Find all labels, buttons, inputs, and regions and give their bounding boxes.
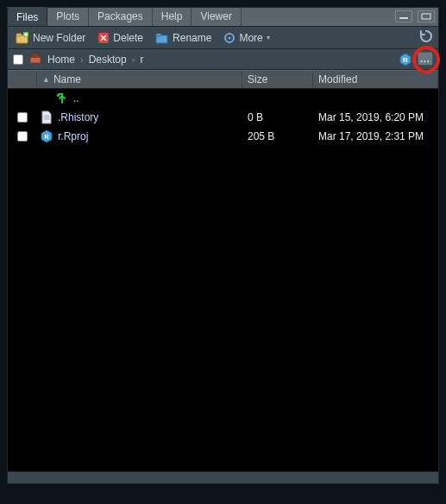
rename-label: Rename	[173, 32, 211, 44]
select-all-checkbox[interactable]	[13, 54, 23, 65]
crumb-separator-icon: ›	[132, 54, 135, 65]
crumb-r[interactable]: r	[140, 54, 143, 66]
more-label: More	[239, 32, 262, 44]
up-arrow-icon	[56, 92, 68, 104]
gear-icon	[223, 32, 236, 44]
parent-dir-label: ..	[73, 92, 79, 104]
file-name-link[interactable]: r.Rproj	[58, 130, 88, 142]
svg-rect-0	[399, 17, 408, 19]
tab-packages[interactable]: Packages	[89, 8, 153, 26]
delete-icon	[97, 32, 110, 44]
tab-files[interactable]: Files	[7, 7, 47, 26]
parent-dir-row[interactable]: ..	[8, 89, 438, 108]
svg-text:R: R	[403, 56, 408, 64]
header-name[interactable]: ▲ Name	[37, 71, 242, 88]
pane-tabs: Files Plots Packages Help Viewer	[8, 8, 438, 27]
tab-help[interactable]: Help	[153, 8, 192, 26]
svg-text:R: R	[44, 134, 48, 140]
maximize-pane-icon[interactable]	[418, 10, 435, 22]
crumb-separator-icon: ›	[80, 54, 84, 65]
crumb-desktop[interactable]: Desktop	[89, 54, 127, 66]
file-name-link[interactable]: .Rhistory	[58, 111, 98, 123]
minimize-pane-icon[interactable]	[395, 10, 412, 22]
header-size[interactable]: Size	[242, 71, 313, 88]
files-pane: Files Plots Packages Help Viewer	[7, 7, 439, 484]
text-file-icon	[41, 110, 53, 124]
path-more-button[interactable]: ...	[418, 52, 433, 66]
rproj-badge-icon[interactable]: R	[399, 53, 412, 66]
file-row: R r.Rproj 205 B Mar 17, 2019, 2:31 PM	[8, 127, 438, 146]
rename-icon	[155, 32, 169, 44]
tab-viewer[interactable]: Viewer	[192, 8, 241, 26]
breadcrumb-row: Home › Desktop › r R ...	[8, 49, 438, 70]
more-menu-button[interactable]: More ▾	[221, 30, 272, 46]
column-headers: ▲ Name Size Modified	[8, 70, 438, 89]
delete-button[interactable]: Delete	[95, 30, 146, 46]
svg-rect-7	[156, 34, 161, 36]
refresh-button[interactable]	[419, 29, 433, 46]
crumb-home[interactable]: Home	[47, 54, 75, 66]
svg-point-9	[229, 36, 231, 39]
files-toolbar: New Folder Delete Rename	[8, 27, 438, 49]
home-icon[interactable]	[28, 52, 42, 66]
svg-rect-3	[16, 34, 22, 36]
row-checkbox[interactable]	[17, 131, 28, 142]
sort-ascending-icon: ▲	[42, 75, 50, 84]
tab-plots[interactable]: Plots	[47, 8, 89, 26]
file-row: .Rhistory 0 B Mar 15, 2019, 6:20 PM	[8, 108, 438, 127]
file-modified: Mar 17, 2019, 2:31 PM	[313, 130, 438, 142]
chevron-down-icon: ▾	[267, 34, 270, 41]
horizontal-scrollbar[interactable]	[8, 471, 438, 483]
header-modified[interactable]: Modified	[313, 71, 438, 88]
svg-rect-1	[422, 14, 430, 19]
file-size: 205 B	[242, 130, 313, 142]
file-size: 0 B	[242, 111, 313, 123]
new-folder-label: New Folder	[33, 32, 85, 44]
file-list: .. .Rhistory 0 B Mar 15, 20	[8, 89, 438, 471]
delete-label: Delete	[113, 32, 143, 44]
file-modified: Mar 15, 2019, 6:20 PM	[313, 111, 438, 123]
rproj-file-icon: R	[41, 129, 53, 143]
new-folder-button[interactable]: New Folder	[13, 30, 88, 46]
row-checkbox[interactable]	[17, 112, 28, 123]
rename-button[interactable]: Rename	[153, 30, 214, 46]
refresh-icon	[419, 29, 433, 43]
new-folder-icon	[16, 32, 29, 44]
